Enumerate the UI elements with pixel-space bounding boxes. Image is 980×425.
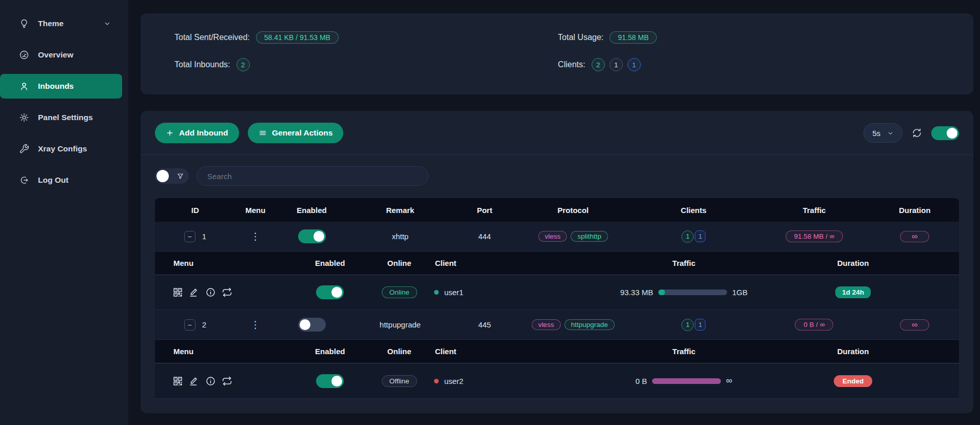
qr-code-button[interactable] [172, 287, 183, 298]
online-status-badge: Online [382, 286, 417, 298]
inbound-id: 2 [202, 320, 206, 329]
repeat-icon [222, 376, 232, 387]
inbound-enabled-toggle[interactable] [298, 318, 326, 332]
sidebar-item-label: Theme [38, 19, 64, 28]
col-header-port: Port [453, 206, 517, 215]
inbounds-table: ID Menu Enabled Remark Port Protocol Cli… [155, 198, 959, 399]
total-usage-value: 91.58 MB [610, 31, 657, 44]
client-status-dot [434, 379, 439, 383]
total-sent-received-label: Total Sent/Received: [174, 33, 250, 42]
client-count-badge: 1 [681, 230, 694, 243]
col-header-client: Client [434, 259, 457, 267]
client-row: Online user1 93.33 MB 1GB 1d 24h [155, 275, 959, 310]
qr-code-icon [172, 287, 183, 298]
toolbar: Add Inbound General Actions 5s [141, 111, 973, 155]
col-header-id: ID [155, 206, 236, 215]
duration-badge: ∞ [900, 231, 929, 242]
inbound-port: 445 [453, 320, 517, 329]
client-info-button[interactable] [205, 287, 216, 298]
sidebar-item-inbounds[interactable]: Inbounds [0, 74, 122, 99]
general-actions-button[interactable]: General Actions [248, 123, 343, 143]
refresh-button[interactable] [911, 127, 923, 139]
collapse-row-button[interactable]: − [184, 319, 195, 331]
refresh-icon [911, 127, 923, 139]
col-header-duration: Duration [871, 206, 959, 215]
pencil-icon [189, 376, 200, 387]
id-cell: − 1 [155, 231, 236, 242]
traffic-cap: ∞ [726, 376, 732, 386]
traffic-progress-fill [652, 378, 721, 384]
qr-code-button[interactable] [172, 376, 183, 387]
sidebar-item-logout[interactable]: Log Out [0, 168, 122, 192]
clients-badges: 1 1 [629, 230, 758, 243]
reset-traffic-button[interactable] [222, 376, 232, 387]
client-status-dot [434, 290, 439, 295]
menu-lines-icon [259, 129, 267, 137]
client-cell: user1 [434, 288, 573, 297]
auto-refresh-toggle[interactable] [931, 126, 959, 140]
clients-badges: 2 1 1 [592, 58, 641, 71]
col-header-clients: Clients [629, 206, 758, 215]
inbounds-panel: Add Inbound General Actions 5s [141, 111, 973, 413]
funnel-icon [177, 172, 184, 180]
client-cell: user2 [434, 377, 573, 385]
sidebar-item-xray-configs[interactable]: Xray Configs [0, 137, 122, 161]
reset-traffic-button[interactable] [222, 287, 232, 298]
col-header-traffic: Traffic [758, 206, 870, 215]
table-row: − 2 ⋮ httpupgrade 445 vless httpupgrade … [155, 310, 959, 340]
protocol-badges: vless httpupgrade [517, 319, 629, 330]
toggle-knob [313, 231, 324, 242]
col-header-traffic: Traffic [572, 347, 795, 356]
sidebar-item-label: Inbounds [38, 82, 74, 91]
client-count-badge: 1 [695, 230, 705, 242]
col-header-enabled: Enabled [296, 347, 365, 356]
col-header-menu: Menu [172, 259, 193, 267]
gauge-icon [19, 50, 29, 60]
gear-icon [19, 112, 29, 123]
sidebar: Theme Overview Inbounds Panel Settings X… [0, 0, 128, 425]
client-info-button[interactable] [205, 376, 216, 387]
online-status-badge: Offline [382, 375, 417, 387]
sidebar-item-label: Overview [38, 50, 73, 60]
col-header-enabled: Enabled [296, 259, 365, 267]
client-name: user2 [444, 377, 464, 385]
inbound-enabled-toggle[interactable] [298, 229, 326, 243]
col-header-client: Client [434, 347, 457, 356]
sidebar-item-overview[interactable]: Overview [0, 43, 122, 67]
col-header-traffic: Traffic [572, 259, 795, 267]
protocol-badge: vless [538, 231, 567, 242]
toggle-knob [300, 319, 310, 330]
clients-count-active: 1 [628, 58, 641, 71]
info-icon [205, 287, 216, 298]
client-enabled-toggle[interactable] [316, 285, 344, 299]
row-menu-button[interactable]: ⋮ [236, 230, 276, 242]
sidebar-item-theme[interactable]: Theme [0, 11, 122, 36]
toggle-knob [331, 287, 342, 298]
search-input[interactable] [197, 166, 428, 186]
row-menu-button[interactable]: ⋮ [236, 319, 276, 331]
sidebar-item-label: Panel Settings [38, 113, 93, 122]
collapse-row-button[interactable]: − [184, 231, 195, 242]
col-header-duration: Duration [795, 259, 911, 267]
edit-client-button[interactable] [189, 287, 200, 298]
add-inbound-button[interactable]: Add Inbound [155, 123, 239, 143]
col-header-menu: Menu [172, 347, 193, 356]
col-header-menu: Menu [236, 206, 276, 215]
protocol-badges: vless splithttp [517, 231, 629, 242]
refresh-interval-select[interactable]: 5s [864, 123, 903, 143]
clients-count-online: 2 [592, 58, 605, 71]
inbound-remark: xhttp [348, 232, 453, 241]
info-icon [205, 376, 216, 387]
toolbar-right: 5s [864, 123, 959, 143]
client-traffic: 0 B ∞ [572, 376, 795, 386]
sidebar-item-panel-settings[interactable]: Panel Settings [0, 105, 122, 130]
toolbar-left: Add Inbound General Actions [155, 123, 343, 143]
plus-icon [166, 129, 174, 137]
client-duration-badge: 1d 24h [835, 286, 871, 298]
col-header-online: Online [365, 347, 434, 356]
user-icon [19, 81, 29, 91]
total-usage-label: Total Usage: [558, 33, 603, 42]
edit-client-button[interactable] [189, 376, 200, 387]
client-enabled-toggle[interactable] [316, 374, 344, 388]
filter-toggle[interactable] [155, 168, 189, 184]
